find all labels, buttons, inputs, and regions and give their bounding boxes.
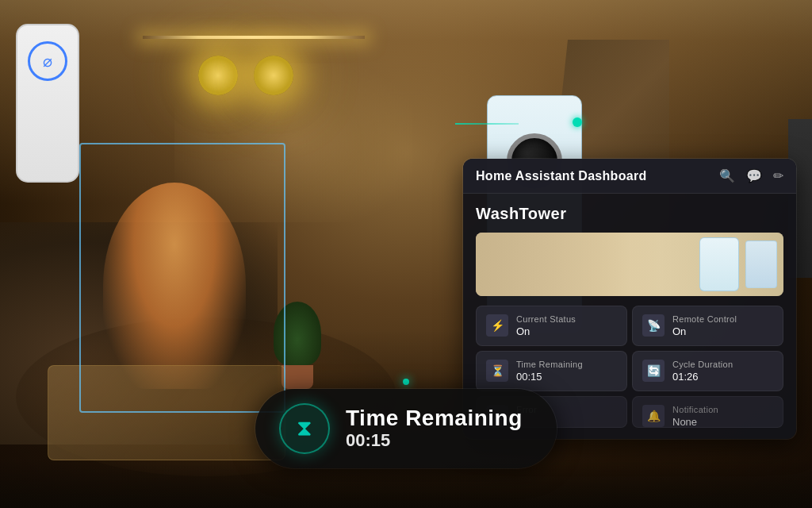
ac-circle-icon: ⌀ xyxy=(28,41,67,81)
timer-icon-wrap: ⧗ xyxy=(279,403,330,454)
pendant-lamp-right xyxy=(254,56,293,95)
card-remote-control-value: On xyxy=(672,325,773,337)
card-remote-control-icon: 📡 xyxy=(642,314,665,337)
coffee-table xyxy=(48,365,285,460)
card-cycle-duration-label: Cycle Duration xyxy=(672,360,773,369)
preview-washer-2 xyxy=(745,241,777,288)
dashboard-title: Home Assistant Dashboard xyxy=(476,169,647,183)
card-time-remaining-value: 00:15 xyxy=(516,371,617,383)
glow-dot-bottom xyxy=(403,379,409,385)
ac-unit: ⌀ xyxy=(16,24,79,183)
preview-washer-1 xyxy=(699,237,739,291)
hourglass-icon: ⧗ xyxy=(297,416,312,442)
card-current-status-value: On xyxy=(516,325,617,337)
card-notification-icon: 🔔 xyxy=(642,405,665,427)
card-notification-value: None xyxy=(672,416,773,428)
timer-text-group: Time Remaining 00:15 xyxy=(346,406,523,452)
card-notification-label: Notification xyxy=(672,405,773,414)
ceiling-light xyxy=(143,36,365,39)
dashboard-header: Home Assistant Dashboard 🔍 💬 ✏ xyxy=(463,159,796,194)
search-icon[interactable]: 🔍 xyxy=(719,168,735,183)
pendant-lamp-left xyxy=(198,56,238,95)
card-remote-control[interactable]: 📡 Remote Control On xyxy=(632,306,783,346)
time-remaining-pill[interactable]: ⧗ Time Remaining 00:15 xyxy=(255,389,557,468)
timer-value: 00:15 xyxy=(346,430,523,451)
card-cycle-duration-value: 01:26 xyxy=(672,371,773,383)
dashboard-icon-group: 🔍 💬 ✏ xyxy=(719,168,783,183)
connection-dot xyxy=(573,117,582,127)
timer-label: Time Remaining xyxy=(346,406,523,431)
card-cycle-duration-icon: 🔄 xyxy=(642,360,665,382)
card-current-status-label: Current Status xyxy=(516,314,617,324)
device-preview-strip xyxy=(476,233,783,296)
device-name: WashTower xyxy=(476,205,783,223)
card-remote-control-label: Remote Control xyxy=(672,314,773,324)
card-current-status-icon: ⚡ xyxy=(486,314,508,337)
connection-line xyxy=(455,123,519,125)
person-on-sofa xyxy=(103,183,246,389)
chat-icon[interactable]: 💬 xyxy=(746,168,762,183)
edit-icon[interactable]: ✏ xyxy=(773,168,783,183)
card-notification[interactable]: 🔔 Notification None xyxy=(632,396,783,428)
card-time-remaining-icon: ⏳ xyxy=(486,360,508,382)
card-time-remaining-label: Time Remaining xyxy=(516,360,617,369)
card-time-remaining[interactable]: ⏳ Time Remaining 00:15 xyxy=(476,351,627,391)
card-current-status[interactable]: ⚡ Current Status On xyxy=(476,306,627,346)
card-cycle-duration[interactable]: 🔄 Cycle Duration 01:26 xyxy=(632,351,783,391)
